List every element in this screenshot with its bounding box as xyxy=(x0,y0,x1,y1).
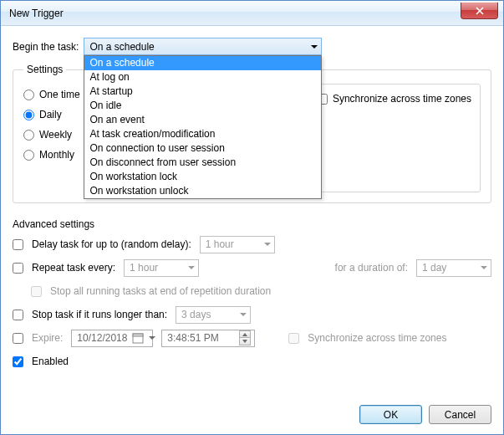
cancel-button-label: Cancel xyxy=(445,409,476,421)
stop-if-value-combo[interactable]: 3 days xyxy=(176,306,251,324)
chevron-down-icon xyxy=(481,266,487,269)
begin-task-option[interactable]: On connection to user session xyxy=(84,141,321,156)
spin-down-icon[interactable] xyxy=(239,338,251,345)
close-button[interactable] xyxy=(461,3,498,19)
duration-value: 1 day xyxy=(422,262,446,274)
begin-task-label: Begin the task: xyxy=(13,41,79,53)
close-icon xyxy=(476,7,484,15)
radio-weekly-input[interactable] xyxy=(23,130,34,141)
stop-if-value: 3 days xyxy=(181,309,211,320)
chevron-down-icon[interactable] xyxy=(149,336,155,340)
chevron-down-icon xyxy=(188,266,195,269)
stop-if-row: Stop task if it runs longer than: 3 days xyxy=(13,305,491,324)
radio-weekly-label: Weekly xyxy=(39,129,72,141)
new-trigger-dialog: New Trigger Begin the task: On a schedul… xyxy=(0,0,504,435)
begin-task-combo-box[interactable]: On a schedule xyxy=(84,38,322,55)
expire-time-value: 3:48:51 PM xyxy=(167,332,218,344)
begin-task-option[interactable]: At task creation/modification xyxy=(84,127,321,141)
begin-task-selected: On a schedule xyxy=(89,41,154,53)
expire-date-picker[interactable]: 10/12/2018 xyxy=(71,330,153,347)
spin-up-icon[interactable] xyxy=(239,330,251,338)
radio-daily[interactable]: Daily xyxy=(23,109,89,120)
radio-daily-label: Daily xyxy=(39,109,62,120)
radio-daily-input[interactable] xyxy=(23,110,34,120)
radio-one-time[interactable]: One time xyxy=(23,89,89,100)
stop-all-row: Stop all running tasks at end of repetit… xyxy=(31,282,491,300)
duration-label: for a duration of: xyxy=(335,262,408,274)
expire-sync-label: Synchronize across time zones xyxy=(308,332,446,344)
radio-monthly[interactable]: Monthly xyxy=(23,149,89,161)
begin-task-option[interactable]: On a schedule xyxy=(84,56,321,70)
stop-if-label: Stop task if it runs longer than: xyxy=(32,309,167,320)
expire-row: Expire: 10/12/2018 3:48:51 PM xyxy=(13,329,491,347)
repeat-value-combo[interactable]: 1 hour xyxy=(124,259,199,277)
client-area: Begin the task: On a schedule On a sched… xyxy=(1,26,503,434)
expire-sync-checkbox xyxy=(288,333,299,344)
enabled-label: Enabled xyxy=(32,356,69,367)
duration-value-combo[interactable]: 1 day xyxy=(416,259,491,277)
repeat-value: 1 hour xyxy=(130,262,158,274)
window-title: New Trigger xyxy=(9,8,64,19)
repeat-label: Repeat task every: xyxy=(32,262,115,274)
radio-monthly-input[interactable] xyxy=(23,150,34,161)
expire-date-value: 10/12/2018 xyxy=(77,332,127,344)
calendar-icon[interactable] xyxy=(132,332,144,344)
chevron-down-icon xyxy=(264,243,271,246)
radio-one-time-input[interactable] xyxy=(23,90,34,100)
enabled-checkbox[interactable] xyxy=(13,356,23,367)
radio-one-time-label: One time xyxy=(39,89,80,100)
begin-task-option[interactable]: On workstation lock xyxy=(84,170,321,184)
time-spinner[interactable] xyxy=(239,330,251,345)
schedule-radios: One time Daily Weekly Monthly xyxy=(23,84,89,161)
settings-legend: Settings xyxy=(23,64,66,75)
stop-if-checkbox[interactable] xyxy=(13,310,23,320)
begin-task-option[interactable]: At log on xyxy=(84,70,321,84)
cancel-button[interactable]: Cancel xyxy=(429,405,491,424)
ok-button-label: OK xyxy=(384,409,398,421)
sync-time-zones[interactable]: Synchronize across time zones xyxy=(317,93,471,105)
titlebar: New Trigger xyxy=(1,1,503,26)
delay-checkbox[interactable] xyxy=(13,239,23,250)
chevron-down-icon xyxy=(240,313,247,316)
begin-task-dropdown[interactable]: On a scheduleAt log onAt startupOn idleO… xyxy=(84,55,322,199)
begin-task-option[interactable]: On disconnect from user session xyxy=(84,156,321,170)
begin-task-option[interactable]: At startup xyxy=(84,84,321,99)
expire-label: Expire: xyxy=(32,332,63,344)
radio-weekly[interactable]: Weekly xyxy=(23,129,89,141)
delay-row: Delay task for up to (random delay): 1 h… xyxy=(13,235,491,253)
stop-all-checkbox xyxy=(31,286,42,297)
begin-task-row: Begin the task: On a schedule On a sched… xyxy=(13,38,491,55)
expire-time-picker[interactable]: 3:48:51 PM xyxy=(161,330,255,347)
sync-time-zones-label: Synchronize across time zones xyxy=(333,93,471,105)
delay-value-combo[interactable]: 1 hour xyxy=(200,236,275,253)
repeat-row: Repeat task every: 1 hour for a duration… xyxy=(13,258,491,277)
begin-task-option[interactable]: On an event xyxy=(84,113,321,127)
radio-monthly-label: Monthly xyxy=(39,149,74,161)
expire-checkbox[interactable] xyxy=(13,333,23,344)
advanced-heading: Advanced settings xyxy=(13,218,491,230)
begin-task-option[interactable]: On idle xyxy=(84,99,321,113)
chevron-down-icon xyxy=(311,45,318,49)
begin-task-combo[interactable]: On a schedule On a scheduleAt log onAt s… xyxy=(84,38,322,55)
stop-all-label: Stop all running tasks at end of repetit… xyxy=(50,285,271,297)
delay-value: 1 hour xyxy=(206,238,234,250)
delay-label: Delay task for up to (random delay): xyxy=(32,238,191,250)
svg-rect-1 xyxy=(133,334,143,336)
begin-task-option[interactable]: On workstation unlock xyxy=(84,184,321,198)
ok-button[interactable]: OK xyxy=(359,405,422,424)
dialog-buttons: OK Cancel xyxy=(359,405,491,424)
repeat-checkbox[interactable] xyxy=(13,263,23,274)
enabled-row: Enabled xyxy=(13,352,491,371)
